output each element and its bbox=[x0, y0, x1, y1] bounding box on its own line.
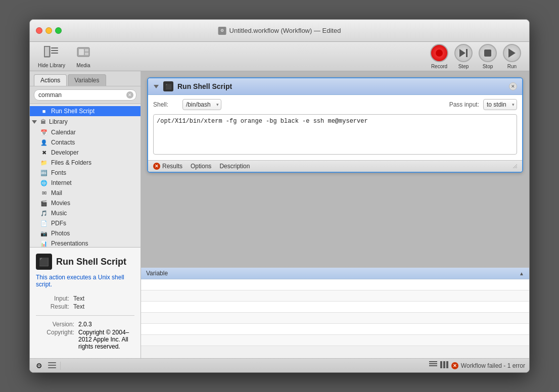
record-button[interactable]: Record bbox=[430, 44, 448, 69]
library-label: Library bbox=[49, 118, 68, 125]
run-play-icon bbox=[508, 48, 516, 58]
stop-square-icon bbox=[484, 50, 491, 57]
svg-rect-14 bbox=[48, 367, 56, 368]
card-close-button[interactable]: ✕ bbox=[509, 82, 517, 90]
toolbar: Hide Library Media Record bbox=[30, 42, 529, 71]
stop-button[interactable]: Stop bbox=[479, 44, 497, 69]
svg-rect-7 bbox=[85, 49, 88, 52]
desc-text: This action executes a Unix shell script… bbox=[36, 274, 134, 288]
main-window: ⚙ Untitled.workflow (Workflow) — Edited … bbox=[29, 19, 530, 373]
list-view-button[interactable] bbox=[429, 361, 437, 370]
description-button[interactable]: Description bbox=[219, 163, 250, 170]
script-textarea[interactable]: /opt/X11/bin/xterm -fg orange -bg black … bbox=[153, 114, 517, 155]
list-item-calendar[interactable]: 📅 Calendar bbox=[30, 127, 141, 137]
action-list-area: ⬛ Run Shell Script ✕ Shell: /bin/bash bbox=[141, 71, 529, 267]
list-item-presentations[interactable]: 📊 Presentations bbox=[30, 238, 141, 247]
variable-row-2 bbox=[141, 290, 529, 302]
run-icon bbox=[503, 44, 521, 62]
main-panel: ⬛ Run Shell Script ✕ Shell: /bin/bash bbox=[141, 71, 529, 358]
files-icon: 📁 bbox=[40, 159, 48, 167]
list-item-photos[interactable]: 📷 Photos bbox=[30, 228, 141, 238]
results-error-button[interactable]: ✕ Results bbox=[153, 163, 182, 170]
script-card: ⬛ Run Shell Script ✕ Shell: /bin/bash bbox=[147, 77, 523, 173]
list-item-movies[interactable]: 🎬 Movies bbox=[30, 198, 141, 208]
view-buttons bbox=[429, 361, 448, 370]
bottom-right: ✕ Workflow failed - 1 error bbox=[429, 361, 525, 370]
item-label: Mail bbox=[51, 189, 62, 197]
fonts-icon: 🔤 bbox=[40, 169, 48, 177]
step-play-icon bbox=[459, 49, 465, 57]
gear-button[interactable]: ⚙ bbox=[34, 361, 44, 371]
step-label: Step bbox=[458, 64, 469, 69]
result-label: Result: bbox=[37, 303, 72, 310]
status-text: Workflow failed - 1 error bbox=[461, 362, 525, 369]
hide-library-button[interactable]: Hide Library bbox=[38, 44, 65, 68]
svg-rect-17 bbox=[429, 365, 437, 366]
variable-row-3 bbox=[141, 302, 529, 313]
content-area: Actions Variables ✕ ■ Run Shell Script bbox=[30, 71, 529, 358]
list-item-pdfs[interactable]: 📄 PDFs bbox=[30, 218, 141, 228]
variable-row-4 bbox=[141, 313, 529, 324]
title-text: Untitled.workflow (Workflow) — Edited bbox=[229, 27, 341, 34]
desc-script-icon: ⬛ bbox=[36, 254, 52, 270]
zoom-button[interactable] bbox=[55, 27, 62, 34]
shell-label: Shell: bbox=[153, 101, 178, 108]
svg-rect-12 bbox=[48, 362, 56, 363]
tab-variables[interactable]: Variables bbox=[68, 74, 106, 86]
input-row: Input: Text bbox=[37, 295, 133, 302]
hide-library-label: Hide Library bbox=[38, 63, 65, 68]
close-button[interactable] bbox=[36, 27, 42, 34]
movies-icon: 🎬 bbox=[40, 199, 48, 207]
item-label: Presentations bbox=[51, 240, 88, 247]
version-row: Version: 2.0.3 bbox=[37, 321, 133, 328]
columns-view-button[interactable] bbox=[440, 361, 448, 370]
list-item-fonts[interactable]: 🔤 Fonts bbox=[30, 168, 141, 178]
step-icon bbox=[454, 44, 473, 62]
calendar-icon: 📅 bbox=[40, 128, 48, 136]
svg-rect-1 bbox=[45, 47, 49, 56]
variable-row-5 bbox=[141, 324, 529, 335]
internet-icon: 🌐 bbox=[40, 179, 48, 187]
list-button[interactable] bbox=[47, 361, 57, 371]
minimize-button[interactable] bbox=[45, 27, 52, 34]
desc-divider bbox=[36, 315, 134, 316]
list-item-music[interactable]: 🎵 Music bbox=[30, 208, 141, 218]
item-label: PDFs bbox=[51, 220, 66, 227]
search-input[interactable] bbox=[34, 89, 136, 101]
list-item-internet[interactable]: 🌐 Internet bbox=[30, 178, 141, 188]
list-item-run-shell-script[interactable]: ■ Run Shell Script bbox=[30, 106, 141, 116]
run-button[interactable]: Run bbox=[503, 44, 521, 69]
version-label: Version: bbox=[37, 321, 77, 328]
search-clear-button[interactable]: ✕ bbox=[126, 91, 133, 99]
tab-actions[interactable]: Actions bbox=[34, 74, 67, 86]
stop-label: Stop bbox=[483, 64, 493, 69]
titlebar: ⚙ Untitled.workflow (Workflow) — Edited bbox=[30, 20, 529, 42]
input-label: Input: bbox=[37, 295, 72, 302]
copyright-row: Copyright: Copyright © 2004–2012 Apple I… bbox=[37, 329, 133, 350]
variable-expand-icon[interactable]: ▲ bbox=[519, 271, 524, 276]
item-label: Music bbox=[51, 210, 67, 217]
list-item-mail[interactable]: ✉ Mail bbox=[30, 188, 141, 198]
list-item-label: Run Shell Script bbox=[51, 108, 95, 115]
svg-rect-15 bbox=[429, 361, 437, 362]
item-label: Internet bbox=[51, 179, 72, 186]
list-item-developer[interactable]: ✖ Developer bbox=[30, 148, 141, 158]
bottom-bar: ⚙ bbox=[30, 358, 529, 372]
card-toggle-icon[interactable] bbox=[153, 83, 159, 89]
svg-rect-18 bbox=[440, 361, 442, 368]
step-button[interactable]: Step bbox=[454, 44, 473, 69]
record-icon bbox=[430, 44, 448, 62]
library-header[interactable]: 🏛 Library bbox=[30, 116, 141, 127]
list-item-files-folders[interactable]: 📁 Files & Folders bbox=[30, 158, 141, 168]
sidebar: Actions Variables ✕ ■ Run Shell Script bbox=[30, 71, 141, 358]
list-item-contacts[interactable]: 👤 Contacts bbox=[30, 137, 141, 148]
resize-handle[interactable] bbox=[512, 163, 517, 170]
library-icon: 🏛 bbox=[39, 118, 47, 126]
traffic-lights bbox=[36, 27, 62, 34]
item-label: Calendar bbox=[51, 129, 76, 136]
media-button[interactable]: Media bbox=[75, 44, 91, 68]
copyright-value: Copyright © 2004–2012 Apple Inc. All rig… bbox=[78, 329, 133, 350]
shell-select[interactable]: /bin/bash bbox=[182, 99, 221, 110]
pass-input-select[interactable]: to stdin bbox=[483, 99, 517, 110]
options-button[interactable]: Options bbox=[191, 163, 211, 170]
